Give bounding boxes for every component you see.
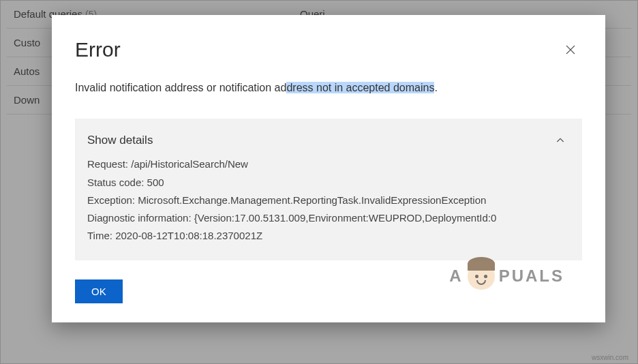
details-toggle[interactable]: Show details [87, 128, 570, 155]
close-icon [564, 44, 577, 56]
details-panel: Show details Request: /api/HistoricalSea… [75, 119, 582, 260]
dialog-actions: OK [75, 279, 582, 303]
message-highlight: dress not in accepted domains [286, 82, 434, 93]
details-heading: Show details [87, 134, 153, 147]
error-dialog: Error Invalid notification address or no… [52, 15, 605, 322]
message-suffix: . [434, 82, 437, 93]
detail-diagnostic: Diagnostic information: {Version:17.00.5… [87, 209, 570, 227]
source-credit: wsxwin.com [592, 354, 628, 361]
detail-time: Time: 2020-08-12T10:08:18.2370021Z [87, 227, 570, 245]
dialog-title: Error [75, 38, 121, 61]
message-prefix: Invalid notification address or notifica… [75, 82, 286, 93]
chevron-up-icon [551, 131, 570, 150]
details-body: Request: /api/HistoricalSearch/New Statu… [87, 155, 570, 245]
detail-exception: Exception: Microsoft.Exchange.Management… [87, 192, 570, 209]
ok-button[interactable]: OK [75, 279, 123, 303]
detail-request: Request: /api/HistoricalSearch/New [87, 155, 570, 173]
close-button[interactable] [559, 38, 582, 61]
dialog-message: Invalid notification address or notifica… [75, 80, 582, 95]
detail-status: Status code: 500 [87, 174, 570, 192]
